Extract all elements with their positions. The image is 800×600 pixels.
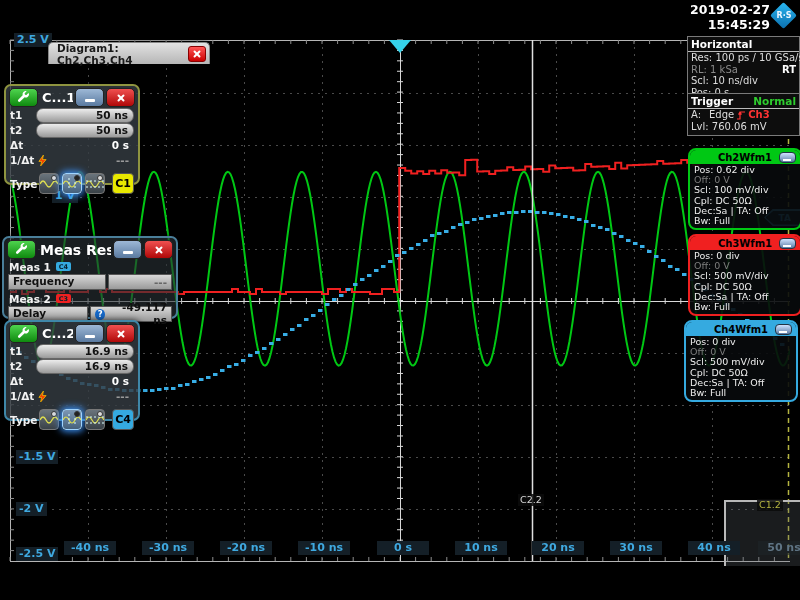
cursor-type-both-button[interactable] — [85, 173, 105, 194]
ch4-waveform-badge[interactable]: Ch4Wfm1 Pos: 0 div Off: 0 V Scl: 500 mV/… — [684, 320, 798, 402]
x-axis-label: -40 ns — [64, 541, 116, 555]
y-axis-label: -2.5 V — [16, 547, 58, 561]
realtime-badge: RT — [782, 64, 796, 76]
cursor1-line-label[interactable]: C1.2 — [757, 499, 783, 511]
cursor1-source-button[interactable]: C1 — [112, 173, 134, 194]
y-axis-label: 2.5 V — [14, 33, 52, 47]
t1-input[interactable]: 16.9 ns — [36, 344, 134, 359]
diagram-tab-label: Diagram1: Ch2,Ch3,Ch4 — [49, 42, 188, 66]
flash-icon — [38, 391, 47, 402]
minimize-button[interactable] — [75, 88, 104, 107]
t2-input[interactable]: 50 ns — [36, 123, 134, 138]
y-axis-label: -1.5 V — [16, 450, 58, 464]
minimize-button[interactable] — [113, 240, 142, 259]
diagram-tab[interactable]: Diagram1: Ch2,Ch3,Ch4 — [48, 42, 210, 64]
dialog-title: C...1 — [40, 90, 73, 105]
dialog-title: C...2 — [40, 326, 73, 341]
x-axis-label: 50 ns — [758, 541, 800, 555]
cursor-type-vertical-button[interactable] — [62, 173, 82, 194]
timescale-label: Scl: 10 ns/div — [691, 75, 758, 87]
cursor-type-both-button[interactable] — [85, 409, 105, 430]
t2-label: t2 — [10, 124, 36, 136]
oscilloscope-screen: C2.2 C1.2 TA 2.5 V1 V-1.5 V-2 V-2.5 V -4… — [0, 0, 800, 600]
x-axis-label: -20 ns — [220, 541, 272, 555]
minimize-button[interactable] — [75, 324, 104, 343]
time-label: 15:45:29 — [686, 17, 770, 32]
t1-label: t1 — [10, 109, 36, 121]
cursor-type-horizontal-button[interactable] — [39, 409, 59, 430]
dt-value: 0 s — [36, 375, 134, 387]
badge-row: Bw: Full — [690, 388, 796, 398]
trigger-mode-label: Normal — [753, 95, 796, 107]
date-label: 2019-02-27 — [686, 2, 770, 17]
trigger-title: Trigger — [691, 95, 733, 107]
trigger-panel[interactable]: Trigger Normal A: Edge Ch3 Lvl: 760.06 m… — [687, 93, 800, 136]
badge-title: Ch4Wfm1 — [714, 324, 768, 335]
resolution-label: Res: 100 ps / 10 GSa/s — [691, 52, 800, 64]
inv-dt-value: --- — [47, 390, 134, 402]
cursor-type-horizontal-button[interactable] — [39, 173, 59, 194]
cursor1-dialog: C...1 t1 50 ns t2 50 ns Δt 0 s 1/Δt --- … — [4, 84, 140, 185]
meas2-source-chip[interactable]: C3 — [56, 294, 71, 303]
x-axis-label: -30 ns — [142, 541, 194, 555]
cursor2-dialog: C...2 t1 16.9 ns t2 16.9 ns Δt 0 s 1/Δt … — [4, 320, 140, 421]
close-button[interactable] — [106, 88, 135, 107]
t1-input[interactable]: 50 ns — [36, 108, 134, 123]
settings-wrench-button[interactable] — [7, 240, 36, 259]
meas2-label: Meas 2 — [9, 293, 51, 305]
rising-edge-icon — [736, 110, 746, 120]
trigger-level-label: Lvl: 760.06 mV — [691, 121, 767, 133]
badge-row: Bw: Full — [694, 216, 800, 226]
wrench-icon — [17, 327, 30, 340]
type-label: Type — [10, 414, 36, 426]
dialog-title: Meas Res — [38, 242, 111, 258]
trigger-position-marker[interactable] — [389, 40, 411, 53]
badge-title: Ch3Wfm1 — [718, 238, 772, 249]
x-axis-label: -10 ns — [298, 541, 350, 555]
horizontal-title: Horizontal — [691, 38, 752, 50]
close-button[interactable] — [106, 324, 135, 343]
cursor2-line-label[interactable]: C2.2 — [518, 494, 544, 506]
inv-dt-value: --- — [47, 154, 134, 166]
x-axis-label: 40 ns — [688, 541, 740, 555]
ch2-waveform-badge[interactable]: Ch2Wfm1 Pos: 0.62 div Off: 0 V Scl: 100 … — [688, 148, 800, 230]
meas1-source-chip[interactable]: C4 — [56, 262, 71, 271]
close-button[interactable] — [144, 240, 173, 259]
flash-icon — [38, 155, 47, 166]
x-axis-label: 30 ns — [610, 541, 662, 555]
t2-label: t2 — [10, 360, 36, 372]
inv-dt-label: 1/Δt — [10, 154, 36, 166]
rs-logo-icon: R·S — [772, 2, 796, 30]
dt-value: 0 s — [36, 139, 134, 151]
t1-label: t1 — [10, 345, 36, 357]
wrench-icon — [15, 243, 28, 256]
measurement-results-dialog: Meas Res Meas 1 C4 Frequency --- Meas 2 … — [2, 236, 178, 319]
inv-dt-label: 1/Δt — [10, 390, 36, 402]
trigger-source-label: Ch3 — [748, 109, 769, 121]
ch3-waveform-badge[interactable]: Ch3Wfm1 Pos: 0 div Off: 0 V Scl: 500 mV/… — [688, 234, 800, 316]
dt-label: Δt — [10, 375, 36, 387]
close-icon[interactable] — [188, 46, 206, 62]
meas1-value: --- — [108, 274, 172, 290]
horizontal-panel[interactable]: Horizontal Res: 100 ps / 10 GSa/s RL: 1 … — [687, 36, 800, 95]
y-axis-label: -2 V — [16, 502, 47, 516]
cursor2-source-button[interactable]: C4 — [112, 409, 134, 430]
x-axis-label: 20 ns — [532, 541, 584, 555]
trigger-type-label: Edge — [709, 109, 734, 121]
x-axis-label: 10 ns — [455, 541, 507, 555]
datetime-display: 2019-02-27 15:45:29 — [686, 2, 770, 32]
cursor-type-vertical-button[interactable] — [62, 409, 82, 430]
record-length-label: RL: 1 kSa — [691, 64, 738, 76]
minimize-icon[interactable] — [779, 238, 796, 249]
trigger-a-label: A: — [691, 109, 701, 121]
help-icon[interactable]: ? — [95, 309, 105, 320]
t2-input[interactable]: 16.9 ns — [36, 359, 134, 374]
minimize-icon[interactable] — [775, 324, 792, 335]
settings-wrench-button[interactable] — [9, 324, 38, 343]
badge-row: Bw: Full — [694, 302, 800, 312]
meas1-label: Meas 1 — [9, 261, 51, 273]
settings-wrench-button[interactable] — [9, 88, 38, 107]
wrench-icon — [17, 91, 30, 104]
x-axis-label: 0 s — [377, 541, 429, 555]
minimize-icon[interactable] — [779, 152, 796, 163]
